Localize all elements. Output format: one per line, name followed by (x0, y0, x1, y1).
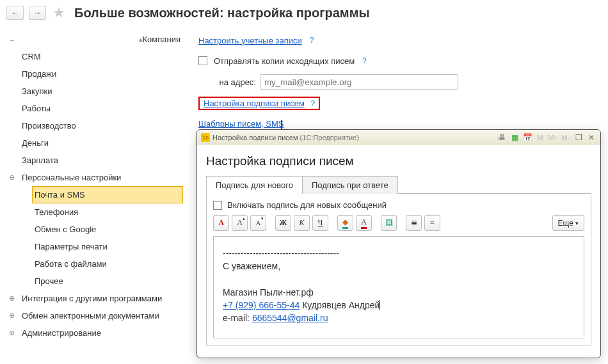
send-copies-checkbox[interactable] (198, 56, 207, 65)
sidebar: ▴ – Компания CRM Продажи Закупки Работы … (0, 26, 186, 364)
sidebar-item-personal[interactable]: ⊖ Персональные настройки (19, 169, 183, 186)
sidebar-item-mail-sms[interactable]: Почта и SMS (32, 186, 183, 203)
bold-button[interactable]: Ж (275, 215, 291, 231)
sidebar-item-production[interactable]: Производство (19, 117, 183, 134)
signature-settings-window: 1c Настройка подписи писем (1С:Предприят… (196, 129, 601, 358)
sidebar-item-edocs[interactable]: ⊕ Обмен электронными документами (19, 307, 183, 324)
sidebar-item-sales[interactable]: Продажи (19, 65, 183, 83)
bg-color-button[interactable]: ◆ (337, 215, 353, 231)
plus-icon[interactable]: ⊕ (8, 312, 16, 320)
nav-back-button[interactable]: ← (6, 6, 24, 20)
sidebar-item-crm[interactable]: CRM (19, 48, 183, 65)
restore-icon[interactable]: ❐ (573, 132, 584, 143)
sidebar-item-purchases[interactable]: Закупки (19, 83, 183, 100)
sidebar-item-other[interactable]: Прочее (32, 273, 183, 290)
sidebar-item-admin[interactable]: ⊕ Администрирование (19, 324, 183, 342)
help-icon[interactable]: ? (310, 99, 315, 108)
tabs: Подпись для нового Подпись при ответе (206, 176, 591, 194)
plus-icon[interactable]: ⊕ (8, 294, 16, 303)
sig-email[interactable]: 6665544@gmail.ru (252, 313, 328, 323)
to-address-label: на адрес: (205, 77, 256, 87)
sidebar-item-print[interactable]: Параметры печати (32, 238, 183, 255)
sidebar-item-company[interactable]: ▴ – Компания (19, 31, 183, 48)
tab-reply-signature[interactable]: Подпись при ответе (303, 176, 398, 194)
font-decrease-button[interactable]: A▾ (250, 215, 266, 231)
sig-name: Кудрявцев Андрей (302, 300, 380, 310)
configure-accounts-link[interactable]: Настроить учетные записи (198, 36, 302, 45)
window-titlebar[interactable]: 1c Настройка подписи писем (1С:Предприят… (197, 130, 600, 145)
m-button[interactable]: M (535, 132, 545, 143)
sidebar-item-files[interactable]: Работа с файлами (32, 255, 183, 273)
sig-divider: --------------------------------------- (223, 247, 575, 260)
m-minus-button[interactable]: M- (561, 132, 571, 143)
minus-icon[interactable]: – (8, 35, 16, 44)
send-copies-label: Отправлять копии исходящих писем (214, 56, 355, 66)
signature-settings-link[interactable]: Настройка подписи писем (204, 99, 305, 108)
font-button[interactable]: A (213, 215, 229, 231)
sig-phone[interactable]: +7 (929) 666-55-44 (223, 300, 300, 310)
minus-icon[interactable]: ⊖ (8, 173, 16, 182)
print-icon[interactable]: 🖶 (497, 132, 507, 143)
help-icon[interactable]: ? (362, 56, 367, 65)
editor-toolbar: A A▴ A▾ Ж К Ч ◆ A 🖼 ≣ ≡ Еще▾ (213, 215, 584, 231)
signature-editor[interactable]: --------------------------------------- … (213, 236, 584, 338)
number-list-button[interactable]: ≡ (424, 215, 440, 231)
underline-button[interactable]: Ч (312, 215, 328, 231)
tab-pane: Включать подпись для новых сообщений A A… (206, 193, 591, 345)
sidebar-item-salary[interactable]: Зарплата (19, 152, 183, 169)
close-icon[interactable]: ✕ (586, 132, 596, 143)
sig-regards: С уважением, (223, 260, 575, 273)
sig-company: Магазин Пыли-нет.рф (223, 286, 575, 299)
sidebar-item-telephony[interactable]: Телефония (32, 203, 183, 221)
insert-image-button[interactable]: 🖼 (381, 215, 397, 231)
to-address-input[interactable] (260, 74, 458, 90)
app-icon: 1c (201, 133, 210, 142)
bullet-list-button[interactable]: ≣ (406, 215, 422, 231)
italic-button[interactable]: К (294, 215, 310, 231)
highlight-box: Настройка подписи писем ? (198, 97, 320, 110)
sidebar-item-integration[interactable]: ⊕ Интеграция с другими программами (19, 290, 183, 307)
calendar-icon[interactable]: 📅 (522, 132, 532, 143)
plus-icon[interactable]: ⊕ (8, 329, 16, 337)
modal-heading: Настройка подписи писем (206, 154, 591, 168)
help-icon[interactable]: ? (310, 36, 314, 45)
nav-forward-button[interactable]: → (29, 6, 46, 20)
m-plus-button[interactable]: M+ (548, 132, 558, 143)
more-button[interactable]: Еще▾ (552, 215, 584, 231)
grid-icon[interactable]: ▦ (509, 132, 520, 143)
text-color-button[interactable]: A (356, 215, 372, 231)
include-signature-label: Включать подпись для новых сообщений (227, 200, 387, 210)
sidebar-item-works[interactable]: Работы (19, 100, 183, 117)
page-title: Больше возможностей: настройка программы (74, 6, 370, 20)
include-signature-checkbox[interactable] (213, 201, 222, 210)
sidebar-item-money[interactable]: Деньги (19, 134, 183, 152)
sig-email-label: e-mail: (223, 313, 250, 323)
window-title-text: Настройка подписи писем (1С:Предприятие) (212, 134, 359, 141)
tab-new-signature[interactable]: Подпись для нового (206, 176, 303, 194)
mail-templates-link[interactable]: Шаблоны писем, SMS (198, 119, 284, 129)
star-icon[interactable]: ★ (52, 4, 65, 21)
font-increase-button[interactable]: A▴ (232, 215, 248, 231)
sidebar-item-google[interactable]: Обмен с Google (32, 221, 183, 238)
